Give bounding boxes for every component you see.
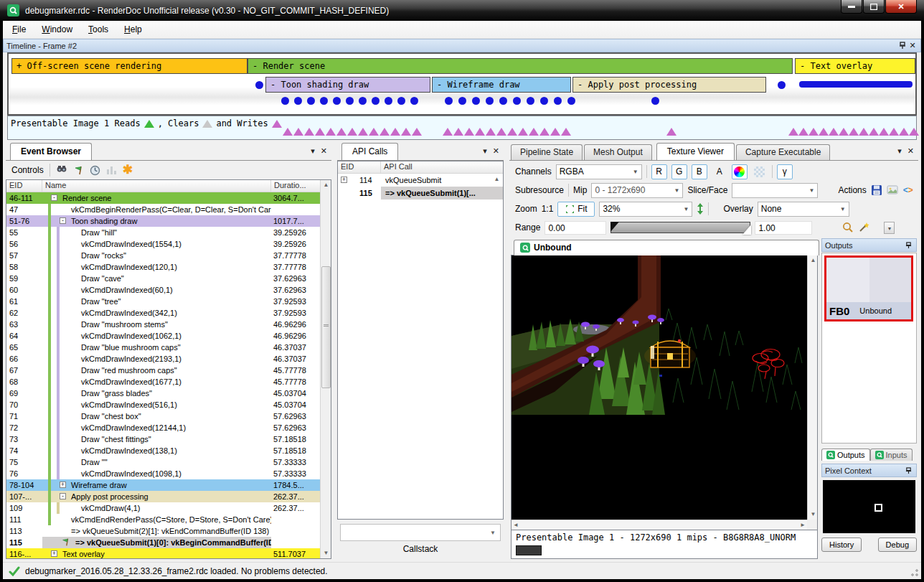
write-usage-marker[interactable]: [829, 128, 839, 136]
pin-icon[interactable]: [897, 41, 908, 51]
draw-event-dot[interactable]: [385, 97, 392, 105]
draw-event-dot[interactable]: [513, 97, 521, 105]
event-row-66[interactable]: 66vkCmdDrawIndexed(2193,1)46.37037: [6, 353, 331, 365]
timeline-marker-render-scene[interactable]: - Render scene: [248, 58, 793, 74]
flip-y-icon[interactable]: [697, 203, 704, 215]
draw-event-dot[interactable]: [294, 97, 302, 105]
fb0-thumbnail[interactable]: FB0 Unbound: [824, 255, 913, 321]
minimize-button[interactable]: [841, 0, 862, 14]
event-row-113[interactable]: 113=> vkQueueSubmit(2)[1]: vkEndCommandB…: [6, 525, 331, 537]
write-usage-marker[interactable]: [401, 128, 411, 136]
close-icon[interactable]: ✕: [908, 41, 918, 51]
write-usage-marker[interactable]: [464, 128, 474, 136]
event-row-56[interactable]: 56vkCmdDrawIndexed(1554,1)39.25926: [6, 238, 331, 250]
write-usage-marker[interactable]: [819, 128, 829, 136]
pixel-context-view[interactable]: [823, 480, 915, 533]
tab-outputs[interactable]: Outputs: [821, 449, 870, 461]
texture-vertical-scrollbar[interactable]: ▲ ▼: [807, 255, 817, 520]
event-row-65[interactable]: 65Draw "blue mushroom caps"46.37037: [6, 342, 331, 353]
draw-event-dot[interactable]: [458, 97, 466, 105]
zoom-range-icon[interactable]: [842, 222, 854, 233]
event-tree-header[interactable]: EID Name Duratio...: [6, 180, 331, 192]
outputs-header[interactable]: Outputs: [821, 238, 917, 252]
draw-event-dot[interactable]: [255, 81, 263, 89]
export-image-icon[interactable]: [887, 185, 899, 195]
event-row-75[interactable]: 75Draw ""57.33333: [6, 456, 331, 468]
timeline-marker-apply-post-processing[interactable]: - Apply post processing: [572, 77, 766, 93]
range-white-handle[interactable]: [742, 225, 751, 235]
timeline-view[interactable]: + Off-screen scene rendering- Render sce…: [7, 52, 917, 116]
checkerboard-icon[interactable]: [752, 164, 768, 179]
event-row-60[interactable]: 60vkCmdDrawIndexed(60,1)37.62963: [6, 284, 331, 296]
write-usage-marker[interactable]: [453, 128, 463, 136]
draw-event-dot[interactable]: [320, 97, 328, 105]
callstack-frame-combo[interactable]: ▼: [340, 524, 501, 541]
write-usage-marker[interactable]: [518, 128, 528, 136]
draw-event-dot[interactable]: [445, 97, 453, 105]
expand-icon[interactable]: +: [60, 482, 66, 488]
event-row-111[interactable]: 111vkCmdEndRenderPass(C=Store, D=Store, …: [6, 514, 331, 525]
event-row-64[interactable]: 64vkCmdDrawIndexed(1062,1)46.96296: [6, 330, 331, 342]
close-icon[interactable]: ✕: [908, 146, 914, 156]
channels-combo[interactable]: RGBA▼: [556, 164, 642, 179]
zoom-1to1-button[interactable]: 1:1: [542, 204, 554, 214]
pin-icon[interactable]: [903, 240, 913, 250]
event-row-69[interactable]: 69Draw "grass blades"45.03704: [6, 388, 331, 399]
write-usage-marker[interactable]: [315, 128, 325, 136]
write-usage-marker[interactable]: [304, 128, 314, 136]
pixel-context-header[interactable]: Pixel Context: [821, 464, 917, 477]
timeline-marker-toon-shading-draw[interactable]: - Toon shading draw: [265, 77, 430, 93]
overlay-combo[interactable]: None▼: [758, 202, 849, 217]
write-usage-marker[interactable]: [293, 128, 303, 136]
collapse-icon[interactable]: -: [51, 194, 57, 201]
draw-event-dot[interactable]: [527, 97, 534, 105]
zoom-fit-button[interactable]: Fit: [557, 202, 595, 217]
tab-texture-viewer[interactable]: Texture Viewer: [656, 143, 735, 160]
write-usage-marker[interactable]: [496, 128, 506, 136]
tab-mesh-output[interactable]: Mesh Output: [584, 144, 652, 160]
chevron-down-icon[interactable]: ▾: [311, 146, 315, 156]
menu-help[interactable]: Help: [118, 22, 148, 37]
draw-event-dot[interactable]: [651, 97, 659, 105]
save-icon[interactable]: [871, 184, 882, 196]
tab-pipeline-state[interactable]: Pipeline State: [511, 144, 583, 160]
write-usage-marker[interactable]: [869, 128, 879, 136]
draw-event-dot[interactable]: [554, 97, 562, 105]
draw-event-dot[interactable]: [499, 97, 507, 105]
event-row-55[interactable]: 55Draw "hill"39.25926: [6, 227, 331, 238]
event-row-74[interactable]: 74vkCmdDrawIndexed(138,1)57.18518: [6, 445, 331, 456]
draw-events-pill[interactable]: [799, 81, 913, 88]
menu-window[interactable]: Window: [35, 22, 79, 37]
write-usage-marker[interactable]: [358, 128, 368, 136]
overflow-combo[interactable]: ▼: [884, 222, 895, 234]
close-icon[interactable]: ✕: [321, 146, 327, 156]
draw-event-dot[interactable]: [346, 97, 354, 105]
write-usage-marker[interactable]: [561, 128, 571, 136]
write-usage-marker[interactable]: [486, 128, 496, 136]
write-usage-marker[interactable]: [798, 128, 808, 136]
collapse-icon[interactable]: -: [60, 217, 66, 224]
write-usage-marker[interactable]: [550, 128, 560, 136]
event-tree-scrollbar[interactable]: ▲ ▼: [320, 180, 331, 558]
event-row-51-76[interactable]: 51-76-Toon shading draw1017.7...: [6, 215, 331, 227]
range-slider[interactable]: [610, 222, 750, 233]
write-usage-marker[interactable]: [390, 128, 400, 136]
event-row-116-...[interactable]: 116-...+Text overlay511.7037: [6, 548, 331, 559]
tab-inputs[interactable]: Inputs: [870, 449, 913, 461]
write-usage-marker[interactable]: [539, 128, 550, 136]
event-row-71[interactable]: 71Draw "chest box"57.62963: [6, 410, 331, 422]
scroll-up-icon[interactable]: ▲: [321, 180, 331, 190]
write-usage-marker[interactable]: [529, 128, 539, 136]
draw-event-dot[interactable]: [472, 97, 480, 105]
write-usage-marker[interactable]: [336, 128, 346, 136]
tab-api-calls[interactable]: API Calls: [341, 143, 398, 160]
draw-event-dot[interactable]: [281, 97, 289, 105]
event-row-72[interactable]: 72vkCmdDrawIndexed(12144,1)57.62963: [6, 422, 331, 433]
bookmark-icon[interactable]: ✱: [123, 165, 133, 175]
write-usage-marker[interactable]: [326, 128, 336, 136]
write-usage-marker[interactable]: [443, 128, 453, 136]
close-button[interactable]: ✕: [885, 0, 917, 14]
timeline-marker-text-overlay[interactable]: - Text overlay: [795, 58, 915, 74]
gamma-button[interactable]: γ: [777, 164, 793, 179]
write-usage-marker[interactable]: [369, 128, 379, 136]
